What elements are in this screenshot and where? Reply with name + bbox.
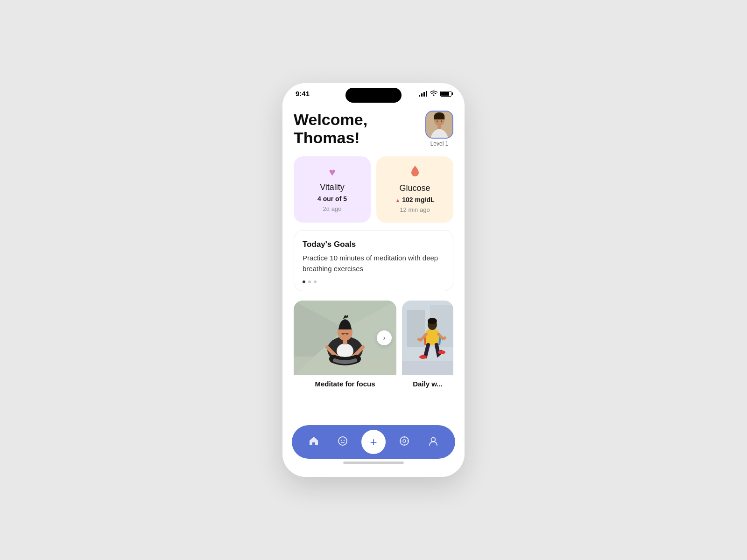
- nav-bar: +: [292, 425, 455, 459]
- status-time: 9:41: [296, 90, 310, 98]
- goals-card[interactable]: Today's Goals Practice 10 minutes of med…: [294, 230, 453, 291]
- dynamic-island: [345, 88, 402, 103]
- nav-mood[interactable]: [332, 432, 353, 452]
- goals-title: Today's Goals: [303, 240, 444, 249]
- svg-line-13: [346, 334, 348, 335]
- dot-1: [303, 280, 305, 283]
- welcome-line1: Welcome, Thomas!: [294, 111, 367, 147]
- nav-add[interactable]: +: [361, 430, 386, 454]
- featured-card-meditate[interactable]: › Meditate for focus: [294, 301, 396, 390]
- bottom-navigation: +: [282, 420, 465, 477]
- vitality-time: 2d ago: [323, 205, 342, 212]
- featured-card-running[interactable]: Daily w...: [402, 301, 453, 390]
- svg-point-29: [403, 440, 406, 442]
- meditate-card-title: Meditate for focus: [294, 375, 396, 390]
- running-card-title: Daily w...: [402, 375, 453, 390]
- svg-line-12: [342, 334, 344, 335]
- svg-point-26: [341, 440, 342, 441]
- wifi-icon: [430, 90, 437, 97]
- svg-point-34: [431, 437, 436, 441]
- featured-cards-list: › Meditate for focus: [294, 301, 453, 390]
- signal-icon: [419, 91, 427, 97]
- mood-icon: [338, 436, 348, 448]
- vitality-icon: ♥: [329, 166, 335, 179]
- avatar-image: [426, 111, 452, 139]
- svg-rect-20: [402, 361, 453, 375]
- vitality-card[interactable]: ♥ Vitality 4 our of 5 2d ago: [294, 156, 371, 223]
- svg-point-27: [344, 440, 345, 441]
- phone-frame: 9:41: [282, 83, 465, 477]
- status-icons: [419, 90, 451, 97]
- dot-2: [308, 280, 311, 283]
- goals-description: Practice 10 minutes of meditation with d…: [303, 253, 444, 274]
- running-card-image: [402, 301, 453, 375]
- home-indicator: [343, 462, 404, 464]
- header-section: Welcome, Thomas!: [294, 101, 453, 156]
- svg-point-24: [438, 350, 445, 354]
- nav-home[interactable]: [303, 432, 324, 452]
- metric-cards-section: ♥ Vitality 4 our of 5 2d ago Glucose ▲ 1…: [294, 156, 453, 223]
- glucose-time: 12 min ago: [400, 206, 430, 213]
- nav-explore[interactable]: [394, 432, 415, 452]
- dot-3: [314, 280, 317, 283]
- plus-icon: +: [370, 435, 377, 449]
- level-badge: Level 1: [430, 140, 449, 147]
- status-bar: 9:41: [282, 83, 465, 101]
- meditate-card-image: ›: [294, 301, 396, 375]
- svg-point-25: [338, 437, 347, 445]
- svg-rect-18: [407, 310, 425, 347]
- svg-rect-3: [434, 116, 444, 119]
- next-button[interactable]: ›: [377, 330, 392, 345]
- svg-rect-14: [343, 340, 347, 344]
- glucose-title: Glucose: [399, 183, 430, 193]
- glucose-value: ▲ 102 mg/dL: [395, 196, 434, 203]
- svg-rect-4: [437, 126, 441, 129]
- featured-section: › Meditate for focus: [294, 301, 453, 390]
- user-avatar-container[interactable]: Level 1: [425, 111, 453, 147]
- main-content: Welcome, Thomas!: [282, 101, 465, 420]
- explore-icon: [399, 436, 409, 448]
- svg-point-22: [428, 318, 437, 324]
- running-illustration: [402, 301, 453, 375]
- nav-profile[interactable]: [423, 432, 444, 452]
- profile-icon: [428, 436, 438, 448]
- welcome-text: Welcome, Thomas!: [294, 111, 367, 147]
- vitality-title: Vitality: [320, 182, 345, 192]
- svg-point-6: [441, 120, 442, 122]
- glucose-card[interactable]: Glucose ▲ 102 mg/dL 12 min ago: [376, 156, 453, 223]
- vitality-value: 4 our of 5: [317, 195, 347, 203]
- glucose-icon: [410, 166, 420, 180]
- svg-point-5: [437, 120, 438, 122]
- battery-icon: [440, 91, 451, 97]
- goals-pagination-dots: [303, 280, 444, 283]
- home-icon: [309, 436, 319, 448]
- avatar[interactable]: [425, 111, 453, 139]
- svg-point-23: [419, 355, 427, 359]
